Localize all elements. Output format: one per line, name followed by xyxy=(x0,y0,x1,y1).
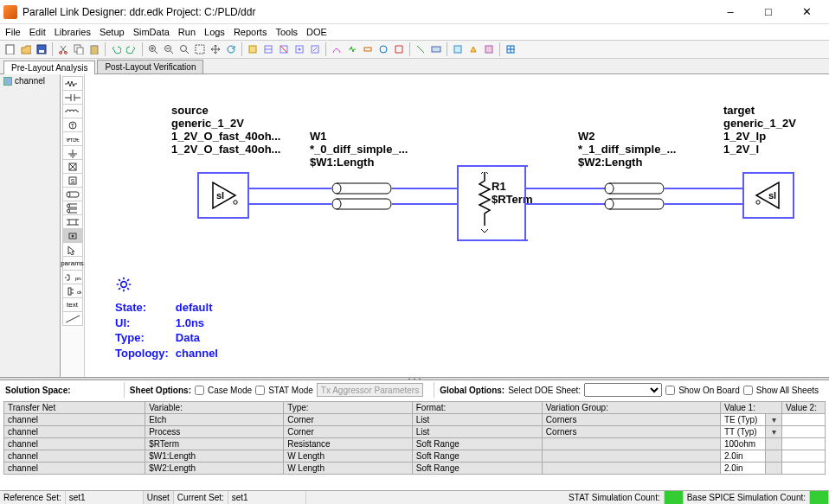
show-all-sheets-label: Show All Sheets xyxy=(756,386,819,395)
tool-n-icon[interactable] xyxy=(466,42,480,56)
menu-edit[interactable]: Edit xyxy=(29,27,46,37)
menu-simdata[interactable]: SimData xyxy=(133,27,170,37)
palette-params-icon[interactable]: params xyxy=(62,256,83,271)
open-icon[interactable] xyxy=(19,42,33,56)
tool-o-icon[interactable] xyxy=(482,42,496,56)
tool-i-icon[interactable] xyxy=(376,42,390,56)
palette-via-icon[interactable] xyxy=(62,228,83,243)
maximize-button[interactable]: □ xyxy=(749,0,787,24)
menu-doe[interactable]: DOE xyxy=(306,27,327,37)
tool-g-icon[interactable] xyxy=(345,42,359,56)
current-set-value: set1 xyxy=(228,491,306,504)
table-row[interactable]: channelEtchCornerListCornersTE (Typ)▾ xyxy=(4,414,826,426)
save-icon[interactable] xyxy=(35,42,48,56)
palette-s-icon[interactable]: S xyxy=(62,173,83,188)
palette-pointer-icon[interactable] xyxy=(62,242,83,257)
table-row[interactable]: channelProcessCornerListCornersTT (Typ)▾ xyxy=(4,426,826,438)
tool-l-icon[interactable] xyxy=(429,42,443,56)
source-component[interactable]: sl xyxy=(197,172,249,219)
new-icon[interactable] xyxy=(3,42,17,56)
palette-subckt-icon[interactable]: ck xyxy=(62,284,83,298)
palette-inductor-icon[interactable] xyxy=(62,104,83,118)
w1-component[interactable] xyxy=(331,182,392,213)
table-row[interactable]: channel$W2:LengthW LengthSoft Range2.0in xyxy=(4,463,826,475)
tool-d-icon[interactable] xyxy=(292,42,306,56)
palette-x-icon[interactable] xyxy=(62,159,83,174)
tool-j-icon[interactable] xyxy=(392,42,406,56)
tool-c-icon[interactable] xyxy=(277,42,291,56)
table-row[interactable]: channel$RTermResistanceSoft Range100ohm xyxy=(4,438,826,450)
schematic-canvas[interactable]: source generic_1_2V 1_2V_O_fast_40oh... … xyxy=(85,74,829,377)
svg-point-43 xyxy=(332,183,341,194)
svg-text:S: S xyxy=(70,178,74,184)
tab-postlayout[interactable]: Post-Layout Verification xyxy=(97,60,203,73)
pan-icon[interactable] xyxy=(209,42,222,56)
tool-e-icon[interactable] xyxy=(308,42,322,56)
tool-h-icon[interactable] xyxy=(361,42,375,56)
zoom-in-icon[interactable] xyxy=(146,42,160,56)
palette-wire-icon[interactable] xyxy=(62,311,83,326)
col-type[interactable]: Type: xyxy=(284,402,413,414)
col-variation-group[interactable]: Variation Group: xyxy=(542,402,720,414)
col-value2[interactable]: Value 2: xyxy=(782,402,826,414)
menu-libraries[interactable]: Libraries xyxy=(55,27,91,37)
col-variable[interactable]: Variable: xyxy=(145,402,284,414)
doe-sheet-select[interactable] xyxy=(584,383,662,397)
menu-tools[interactable]: Tools xyxy=(275,27,298,37)
target-labels: target generic_1_2V 1_2V_Ip 1_2V_I xyxy=(723,105,796,156)
tree-item-label: channel xyxy=(15,76,45,86)
redo-icon[interactable] xyxy=(125,42,138,56)
close-button[interactable]: ✕ xyxy=(787,0,826,24)
show-on-board-checkbox[interactable] xyxy=(665,386,675,395)
zoom-area-icon[interactable] xyxy=(193,42,207,56)
minimize-button[interactable]: – xyxy=(711,0,749,24)
table-row[interactable]: channel$W1:LengthW LengthSoft Range2.0in xyxy=(4,450,826,463)
target-name: target xyxy=(723,105,796,118)
palette-tline-icon[interactable] xyxy=(62,187,83,201)
col-transfer-net[interactable]: Transfer Net xyxy=(4,402,145,414)
case-mode-checkbox[interactable] xyxy=(195,386,204,395)
palette-capacitor-icon[interactable] xyxy=(62,90,83,105)
palette-ground-icon[interactable] xyxy=(62,145,83,160)
palette-coupled-icon[interactable] xyxy=(62,214,83,229)
unset-button[interactable]: Unset xyxy=(144,491,174,504)
menu-logs[interactable]: Logs xyxy=(204,27,225,37)
current-set-label: Current Set: xyxy=(174,491,228,504)
show-all-sheets-checkbox[interactable] xyxy=(743,386,753,395)
menu-run[interactable]: Run xyxy=(178,27,196,37)
w2-component[interactable] xyxy=(604,182,665,213)
tool-m-icon[interactable] xyxy=(451,42,465,56)
svg-text:probe: probe xyxy=(75,276,81,281)
cut-icon[interactable] xyxy=(56,42,70,56)
menu-setup[interactable]: Setup xyxy=(100,27,125,37)
copy-icon[interactable] xyxy=(72,42,86,56)
target-component[interactable]: sl xyxy=(742,172,794,219)
paste-icon[interactable] xyxy=(87,42,101,56)
svg-point-17 xyxy=(299,48,301,51)
zoom-out-icon[interactable] xyxy=(162,42,176,56)
menu-reports[interactable]: Reports xyxy=(234,27,267,37)
tool-b-icon[interactable] xyxy=(261,42,275,56)
wire xyxy=(249,203,331,205)
palette-diff-tline-icon[interactable] xyxy=(62,201,83,215)
tool-k-icon[interactable] xyxy=(414,42,427,56)
palette-probe-icon[interactable]: probe xyxy=(62,270,83,284)
zoom-fit-icon[interactable] xyxy=(177,42,191,56)
palette-vsource-icon[interactable]: VTDc xyxy=(62,131,83,146)
undo-icon[interactable] xyxy=(109,42,123,56)
tool-p-icon[interactable] xyxy=(504,42,517,56)
palette-source-icon[interactable]: T xyxy=(62,118,83,132)
gear-icon[interactable] xyxy=(115,276,132,293)
col-format[interactable]: Format: xyxy=(412,402,542,414)
r1-component[interactable] xyxy=(478,172,492,236)
tab-prelayout[interactable]: Pre-Layout Analysis xyxy=(3,61,95,74)
tool-a-icon[interactable] xyxy=(246,42,260,56)
tree-item-channel[interactable]: channel xyxy=(0,74,60,87)
stat-mode-checkbox[interactable] xyxy=(255,386,265,395)
menu-file[interactable]: File xyxy=(5,27,21,37)
palette-resistor-icon[interactable] xyxy=(62,76,83,91)
refresh-icon[interactable] xyxy=(224,42,238,56)
col-value1[interactable]: Value 1: xyxy=(721,402,782,414)
tool-f-icon[interactable] xyxy=(330,42,344,56)
palette-text-icon[interactable]: text xyxy=(62,297,83,312)
